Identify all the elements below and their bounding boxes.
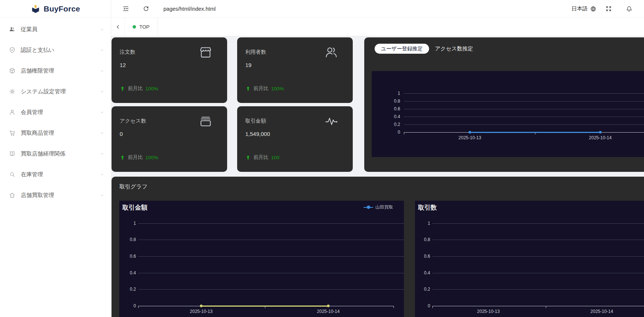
storefront-icon: [199, 45, 213, 59]
gridline: [432, 273, 644, 273]
stat-card-value: 0: [120, 131, 123, 137]
stat-card-title: 取引金額: [245, 118, 266, 124]
stat-card-title: 利用者数: [245, 49, 266, 56]
stat-card-value: 1,549,000: [245, 131, 270, 137]
gridline: [138, 223, 404, 224]
stat-card-access: アクセス数 0 前月比 100%: [112, 106, 227, 172]
stat-card-transaction-amount: 取引金額 1,549,000 前月比 100: [237, 106, 353, 172]
y-tick: 0.8: [419, 237, 430, 242]
y-tick: 0.4: [419, 270, 430, 276]
language-label: 日本語: [572, 5, 588, 12]
y-tick: 0.6: [419, 254, 430, 259]
gridline: [432, 223, 644, 224]
active-tab-dot: [133, 25, 136, 29]
gridline: [404, 101, 644, 101]
x-axis-tick: [404, 133, 404, 134]
sidebar-item-purchase-accounting[interactable]: 買取店舗経理関係: [0, 144, 111, 163]
search-icon: [9, 171, 16, 178]
chevron-down-icon: [100, 152, 104, 156]
x-axis-tick: [138, 306, 139, 308]
main-content: 注文数 12 前月比 100% 利用者数 19: [111, 36, 644, 317]
brand-box-icon: [31, 4, 40, 14]
x-tick-label: 2025-10-14: [589, 135, 611, 140]
globe-icon: [590, 6, 597, 12]
user-icon: [9, 109, 16, 116]
x-axis-tick: [432, 306, 433, 308]
data-point: [200, 305, 203, 307]
sidebar-item-employees[interactable]: 従業員: [0, 20, 111, 39]
data-point: [327, 305, 330, 307]
estimate-panel: ユーザー登録推定 アクセス数推定 1 0.8 0.6 0.4 0.2 0: [364, 37, 644, 172]
y-tick: 0.4: [125, 270, 136, 276]
cart-icon: [9, 130, 16, 136]
sidebar-item-system-settings[interactable]: システム設定管理: [0, 82, 111, 101]
sidebar-item-label: 店舗買取管理: [21, 192, 54, 199]
toggle-access-estimate[interactable]: アクセス数推定: [435, 45, 473, 52]
x-axis-tick: [265, 306, 265, 308]
sidebar-item-purchase-products[interactable]: 買取商品管理: [0, 124, 111, 142]
book-icon: [9, 150, 16, 157]
stat-card-delta: 前月比 100%: [120, 85, 158, 92]
sidebar-item-inventory[interactable]: 在庫管理: [0, 165, 111, 184]
arrow-up-icon: [120, 86, 125, 91]
brand-logo[interactable]: BuyForce: [0, 0, 111, 18]
gridline: [432, 256, 644, 257]
legend-yamada-kaitori[interactable]: 山田買取: [364, 204, 393, 210]
arrow-up-icon: [120, 155, 125, 160]
y-tick: 1: [389, 91, 400, 96]
toggle-user-registration-estimate[interactable]: ユーザー登録推定: [375, 44, 429, 54]
chevron-down-icon: [100, 69, 104, 73]
chevron-down-icon: [100, 27, 104, 31]
sidebar-collapse-button[interactable]: [122, 5, 129, 12]
sidebar-item-store-permission[interactable]: 店舗権限管理: [0, 61, 111, 80]
sidebar-item-label: 在庫管理: [21, 171, 43, 178]
stat-card-users: 利用者数 19 前月比 100%: [237, 37, 353, 103]
y-tick: 0.8: [125, 237, 136, 242]
gridline: [138, 256, 404, 257]
y-tick: 0: [125, 303, 136, 308]
chevron-down-icon: [100, 110, 104, 114]
cube-icon: [9, 67, 16, 74]
stat-card-delta: 前月比 100%: [245, 85, 284, 92]
tab-scroll-left-button[interactable]: [111, 18, 125, 36]
y-tick: 1: [125, 221, 136, 226]
x-axis-tick: [546, 306, 546, 308]
x-axis-line: [432, 306, 644, 306]
tab-bar: TOP: [111, 18, 644, 36]
sidebar-item-store-purchase[interactable]: 店舗買取管理: [0, 186, 111, 204]
stat-card-delta: 前月比 100: [245, 154, 279, 161]
x-axis-tick: [394, 306, 394, 308]
x-tick-label: 2025-10-13: [190, 309, 212, 314]
transaction-count-chart: 取引数 1 0.8 0.6 0.4 0.2 0 2025-10-13 2025-…: [415, 201, 644, 317]
y-tick: 0: [389, 130, 400, 135]
sidebar-item-label: 認証と支払い: [21, 47, 54, 54]
arrow-up-icon: [245, 86, 251, 91]
language-button[interactable]: 日本語: [572, 5, 597, 12]
y-tick: 0: [419, 303, 430, 308]
sidebar-item-auth-payment[interactable]: 認証と支払い: [0, 41, 111, 59]
y-tick: 0.6: [389, 106, 400, 111]
refresh-button[interactable]: [143, 6, 149, 12]
server-icon: [199, 114, 213, 128]
sidebar-item-members[interactable]: 会員管理: [0, 103, 111, 121]
transactions-panel: 取引グラフ 取引金額 山田買取 1 0.8 0.6 0.4 0.2 0: [112, 177, 644, 317]
y-tick: 1: [419, 221, 430, 226]
chevron-down-icon: [100, 131, 104, 135]
sidebar-item-label: システム設定管理: [21, 88, 66, 95]
y-tick: 0.4: [389, 114, 400, 119]
chevron-down-icon: [100, 90, 104, 94]
legend-label: 山田買取: [375, 204, 393, 210]
fullscreen-icon: [605, 6, 612, 12]
sidebar-item-label: 会員管理: [21, 109, 43, 116]
notifications-button[interactable]: [626, 6, 633, 12]
employees-icon: [9, 26, 16, 33]
sidebar: BuyForce 従業員 認証と支払い: [0, 0, 111, 317]
stat-card-title: 注文数: [120, 49, 135, 56]
gridline: [138, 240, 404, 240]
tab-label: TOP: [139, 24, 150, 30]
tab-top[interactable]: TOP: [125, 18, 158, 36]
users-icon: [324, 45, 338, 59]
chevron-left-icon: [115, 24, 121, 30]
fullscreen-button[interactable]: [605, 6, 612, 12]
y-tick: 0.8: [389, 99, 400, 104]
